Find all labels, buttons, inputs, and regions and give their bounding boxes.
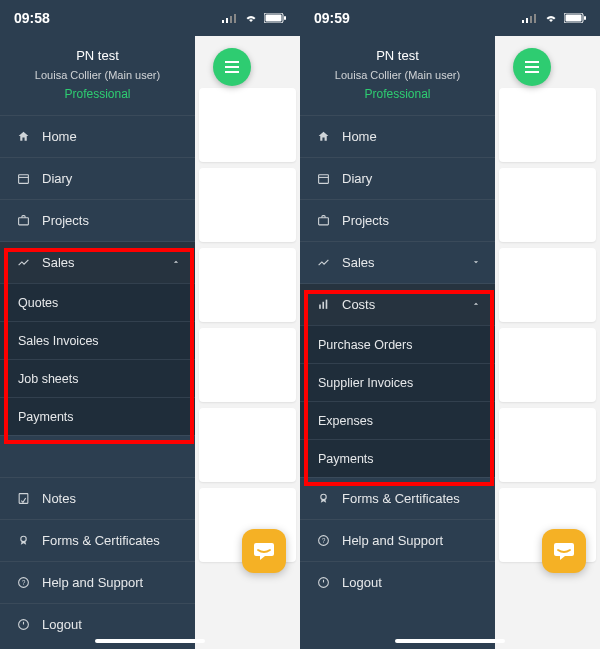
- briefcase-icon: [14, 214, 32, 227]
- content-card[interactable]: [199, 408, 296, 482]
- sidebar-item-projects[interactable]: Projects: [300, 199, 495, 241]
- submenu-label: Expenses: [318, 414, 373, 428]
- help-icon: ?: [314, 534, 332, 547]
- wifi-icon: [544, 13, 558, 23]
- content-card[interactable]: [499, 248, 596, 322]
- costs-sub-expenses[interactable]: Expenses: [300, 401, 495, 439]
- status-indicators: [522, 13, 586, 23]
- sidebar-item-label: Help and Support: [342, 533, 481, 548]
- submenu-label: Payments: [318, 452, 374, 466]
- logout-icon: [314, 576, 332, 589]
- svg-rect-19: [522, 20, 524, 23]
- sidebar-item-diary[interactable]: Diary: [0, 157, 195, 199]
- svg-rect-29: [319, 305, 321, 309]
- svg-rect-0: [222, 20, 224, 23]
- svg-rect-25: [584, 16, 586, 20]
- logout-icon: [14, 618, 32, 631]
- sidebar-item-logout[interactable]: Logout: [300, 561, 495, 603]
- svg-rect-31: [325, 300, 327, 309]
- sidebar: PN test Louisa Collier (Main user) Profe…: [300, 36, 495, 649]
- chat-button[interactable]: [542, 529, 586, 573]
- plan-label: Professional: [8, 87, 187, 101]
- content-card[interactable]: [499, 168, 596, 242]
- sidebar-header: PN test Louisa Collier (Main user) Profe…: [0, 36, 195, 115]
- svg-text:?: ?: [321, 537, 325, 544]
- sales-sub-payments[interactable]: Payments: [0, 397, 195, 435]
- content-card[interactable]: [199, 88, 296, 162]
- svg-rect-5: [266, 15, 282, 22]
- sidebar-item-label: Notes: [42, 491, 181, 506]
- svg-point-32: [320, 494, 325, 499]
- help-icon: ?: [14, 576, 32, 589]
- chevron-up-icon: [471, 297, 481, 312]
- content-card[interactable]: [199, 248, 296, 322]
- sidebar-item-notes[interactable]: Notes: [0, 477, 195, 519]
- sidebar-item-label: Diary: [342, 171, 481, 186]
- chat-icon: [552, 541, 576, 561]
- costs-sub-supplier-invoices[interactable]: Supplier Invoices: [300, 363, 495, 401]
- sidebar-item-label: Forms & Certificates: [342, 491, 481, 506]
- chat-icon: [252, 541, 276, 561]
- svg-rect-2: [230, 16, 232, 23]
- menu-icon: [224, 60, 240, 74]
- svg-rect-21: [530, 16, 532, 23]
- certificate-icon: [14, 534, 32, 547]
- sidebar-item-diary[interactable]: Diary: [300, 157, 495, 199]
- sidebar-item-label: Logout: [42, 617, 181, 632]
- chart-line-icon: [314, 256, 332, 269]
- org-name: PN test: [308, 48, 487, 63]
- signal-icon: [522, 13, 538, 23]
- sidebar-item-forms[interactable]: Forms & Certificates: [0, 519, 195, 561]
- svg-rect-7: [18, 175, 28, 184]
- sidebar-item-forms[interactable]: Forms & Certificates: [300, 477, 495, 519]
- home-indicator[interactable]: [95, 639, 205, 643]
- hamburger-button[interactable]: [513, 48, 551, 86]
- content-card[interactable]: [499, 408, 596, 482]
- sidebar-item-home[interactable]: Home: [0, 115, 195, 157]
- submenu-label: Sales Invoices: [18, 334, 99, 348]
- svg-rect-30: [322, 302, 324, 309]
- content-card[interactable]: [199, 328, 296, 402]
- sidebar-header: PN test Louisa Collier (Main user) Profe…: [300, 36, 495, 115]
- content-card[interactable]: [499, 328, 596, 402]
- sidebar-item-costs[interactable]: Costs: [300, 283, 495, 325]
- svg-rect-6: [284, 16, 286, 20]
- calendar-icon: [14, 172, 32, 185]
- briefcase-icon: [314, 214, 332, 227]
- user-name: Louisa Collier (Main user): [8, 69, 187, 81]
- costs-sub-payments[interactable]: Payments: [300, 439, 495, 477]
- sidebar-item-home[interactable]: Home: [300, 115, 495, 157]
- sidebar-item-label: Home: [342, 129, 481, 144]
- sidebar-item-sales[interactable]: Sales: [300, 241, 495, 283]
- sidebar-item-help[interactable]: ? Help and Support: [300, 519, 495, 561]
- sidebar-item-label: Sales: [42, 255, 171, 270]
- sales-sub-jobsheets[interactable]: Job sheets: [0, 359, 195, 397]
- home-indicator[interactable]: [395, 639, 505, 643]
- sidebar-item-projects[interactable]: Projects: [0, 199, 195, 241]
- submenu-label: Supplier Invoices: [318, 376, 413, 390]
- svg-rect-24: [566, 15, 582, 22]
- svg-rect-22: [534, 14, 536, 23]
- user-name: Louisa Collier (Main user): [308, 69, 487, 81]
- status-time: 09:59: [314, 10, 350, 26]
- costs-submenu: Purchase Orders Supplier Invoices Expens…: [300, 325, 495, 477]
- chat-button[interactable]: [242, 529, 286, 573]
- signal-icon: [222, 13, 238, 23]
- content-card[interactable]: [199, 168, 296, 242]
- costs-sub-purchase-orders[interactable]: Purchase Orders: [300, 325, 495, 363]
- sales-sub-quotes[interactable]: Quotes: [0, 283, 195, 321]
- sidebar-item-label: Help and Support: [42, 575, 181, 590]
- menu-icon: [524, 60, 540, 74]
- svg-rect-20: [526, 18, 528, 23]
- content-card[interactable]: [499, 88, 596, 162]
- sidebar-item-help[interactable]: ? Help and Support: [0, 561, 195, 603]
- hamburger-button[interactable]: [213, 48, 251, 86]
- battery-icon: [564, 13, 586, 23]
- submenu-label: Purchase Orders: [318, 338, 412, 352]
- sidebar-item-sales[interactable]: Sales: [0, 241, 195, 283]
- svg-rect-9: [18, 218, 28, 225]
- sales-sub-invoices[interactable]: Sales Invoices: [0, 321, 195, 359]
- sidebar-item-label: Sales: [342, 255, 471, 270]
- home-icon: [314, 130, 332, 143]
- chart-bar-icon: [314, 298, 332, 311]
